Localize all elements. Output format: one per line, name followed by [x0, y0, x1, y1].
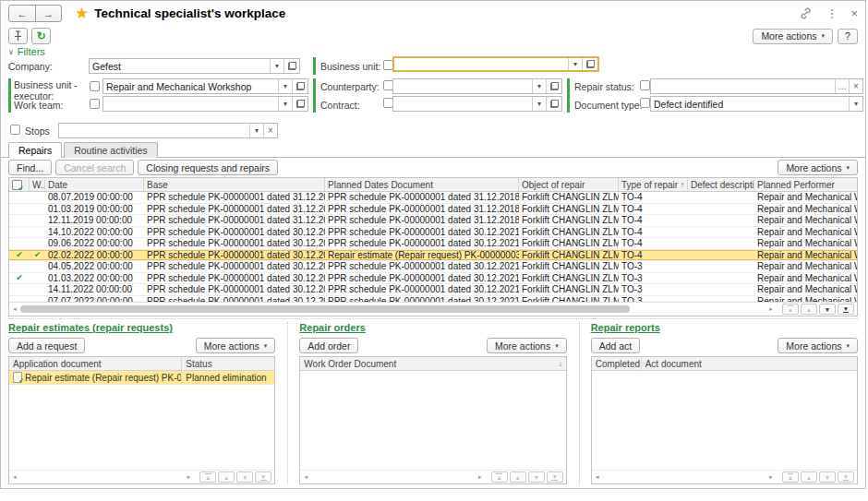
counterparty-dropdown-icon[interactable]: ▾: [532, 79, 546, 93]
reports-more-actions-button[interactable]: More actions▾: [778, 338, 858, 353]
column-completed[interactable]: Completed: [592, 357, 642, 370]
closing-requests-button[interactable]: Closing requests and repairs: [138, 160, 278, 175]
contract-field[interactable]: ▾: [392, 96, 562, 112]
repair-status-field[interactable]: … ×: [650, 78, 863, 94]
go-next-row-button[interactable]: ▼: [528, 471, 545, 483]
column-type-of-repair[interactable]: Type of repair↑: [619, 178, 688, 191]
go-next-row-button[interactable]: ▼: [819, 304, 836, 315]
go-first-row-button[interactable]: ▲: [491, 471, 508, 483]
find-button[interactable]: Find...: [8, 160, 52, 175]
window-more-actions-button[interactable]: More actions▾: [753, 29, 833, 44]
go-last-row-button[interactable]: ▼: [838, 471, 854, 483]
forward-button[interactable]: →: [35, 6, 61, 21]
contract-open-button[interactable]: [546, 97, 561, 111]
go-prev-row-button[interactable]: ▲: [801, 304, 817, 315]
business-unit-open-button[interactable]: [582, 58, 597, 70]
go-next-row-button[interactable]: ▼: [236, 471, 253, 483]
column-act-document[interactable]: Act document: [642, 357, 857, 370]
hscroll-thumb[interactable]: [20, 305, 630, 313]
repairs-more-actions-button[interactable]: More actions▾: [778, 160, 858, 175]
work-team-checkbox[interactable]: [90, 99, 100, 109]
tab-routine-activities[interactable]: Routine activities: [64, 142, 157, 158]
company-field[interactable]: Gefest ▾: [89, 58, 300, 74]
add-act-button[interactable]: Add act: [591, 338, 641, 353]
counterparty-field[interactable]: ▾: [392, 78, 562, 94]
scroll-right-icon[interactable]: ►: [186, 474, 191, 480]
go-last-row-button[interactable]: ▼: [547, 471, 563, 483]
repair-estimates-title[interactable]: Repair estimates (repair requests): [8, 322, 275, 336]
scroll-right-icon[interactable]: ►: [768, 474, 774, 480]
scroll-right-icon[interactable]: ►: [477, 474, 483, 480]
counterparty-open-button[interactable]: [546, 79, 561, 93]
stops-checkbox[interactable]: [10, 125, 20, 135]
column-work-order-document[interactable]: Work Order Document↓: [300, 357, 565, 370]
column-base[interactable]: Base: [144, 178, 325, 191]
document-type-checkbox[interactable]: [640, 98, 650, 108]
repair-status-choose-button[interactable]: …: [835, 79, 849, 93]
repair-status-checkbox[interactable]: [640, 80, 650, 90]
cancel-search-button[interactable]: Cancel search: [55, 160, 134, 175]
tab-repairs[interactable]: Repairs: [8, 142, 62, 158]
scroll-right-icon[interactable]: ►: [768, 306, 774, 312]
repair-status-clear-button[interactable]: ×: [849, 79, 862, 93]
column-w[interactable]: W..: [30, 178, 45, 191]
business-unit-field[interactable]: ▾: [392, 56, 599, 72]
column-date[interactable]: Date: [45, 178, 144, 191]
contract-dropdown-icon[interactable]: ▾: [532, 97, 546, 111]
go-first-row-button[interactable]: ▲: [782, 304, 799, 315]
help-button[interactable]: ?: [838, 29, 858, 44]
go-last-row-button[interactable]: ▼: [838, 304, 854, 315]
close-button[interactable]: ×: [850, 6, 858, 20]
repair-reports-title[interactable]: Repair reports: [591, 322, 858, 336]
repairs-table-row[interactable]: ✔ 01.03.2022 00:00:00 PPR schedule PK-00…: [9, 273, 857, 285]
repairs-table-row[interactable]: 07.07.2022 00:00:00 PPR schedule PK-0000…: [9, 296, 857, 303]
repairs-table-row[interactable]: 08.07.2019 00:00:00 PPR schedule PK-0000…: [9, 192, 857, 204]
column-documents[interactable]: [9, 178, 30, 191]
favorite-star-icon[interactable]: ★: [75, 6, 89, 21]
business-unit-executor-field[interactable]: Repair and Mechanical Workshop ▾: [102, 78, 308, 94]
work-team-open-button[interactable]: [292, 97, 307, 111]
scroll-left-icon[interactable]: ◄: [303, 474, 308, 480]
go-first-row-button[interactable]: ▲: [199, 471, 216, 483]
company-dropdown-icon[interactable]: ▾: [270, 59, 283, 73]
go-next-row-button[interactable]: ▼: [819, 471, 836, 483]
column-status[interactable]: Status: [181, 357, 274, 370]
repairs-table-row[interactable]: 12.11.2019 00:00:00 PPR schedule PK-0000…: [9, 215, 857, 227]
column-planned-dates-document[interactable]: Planned Dates Document: [325, 178, 519, 191]
repairs-table-row[interactable]: 14.10.2022 00:00:00 PPR schedule PK-0000…: [9, 227, 857, 239]
add-order-button[interactable]: Add order: [299, 338, 358, 353]
business-unit-executor-checkbox[interactable]: [90, 81, 100, 91]
go-prev-row-button[interactable]: ▲: [801, 471, 817, 483]
column-object-of-repair[interactable]: Object of repair: [519, 178, 619, 191]
column-application-document[interactable]: Application document: [9, 357, 181, 370]
back-button[interactable]: ←: [9, 6, 35, 21]
document-type-dropdown-icon[interactable]: ▾: [849, 97, 862, 111]
estimates-table-row[interactable]: Repair estimate (Repair request) PK-0000…: [9, 371, 274, 385]
document-type-field[interactable]: Defect identified ▾: [650, 96, 863, 112]
repairs-table-row[interactable]: 04.05.2022 00:00:00 PPR schedule PK-0000…: [9, 261, 857, 273]
scroll-left-icon[interactable]: ◄: [12, 306, 18, 312]
estimates-more-actions-button[interactable]: More actions▾: [196, 338, 276, 353]
stops-clear-button[interactable]: ×: [263, 124, 277, 137]
executor-dropdown-icon[interactable]: ▾: [278, 79, 292, 93]
add-request-button[interactable]: Add a request: [8, 338, 85, 353]
scroll-left-icon[interactable]: ◄: [12, 474, 18, 480]
go-prev-row-button[interactable]: ▲: [510, 471, 526, 483]
scroll-left-icon[interactable]: ◄: [595, 474, 600, 480]
go-prev-row-button[interactable]: ▲: [218, 471, 235, 483]
filters-toggle[interactable]: ∨ Filters: [8, 46, 45, 57]
go-last-row-button[interactable]: ▼: [255, 471, 271, 483]
repairs-table-row[interactable]: 09.06.2022 00:00:00 PPR schedule PK-0000…: [9, 238, 857, 250]
work-team-field[interactable]: ▾: [102, 96, 308, 112]
window-menu-button[interactable]: ⋮: [826, 6, 838, 20]
pin-button[interactable]: [8, 28, 28, 44]
repair-orders-title[interactable]: Repair orders: [299, 322, 566, 336]
column-defect-description[interactable]: Defect description: [688, 178, 754, 191]
get-link-button[interactable]: [799, 6, 813, 20]
business-unit-dropdown-icon[interactable]: ▾: [568, 58, 582, 70]
repairs-table-row[interactable]: ✔ ✔ 02.02.2022 00:00:00 PPR schedule PK-…: [9, 250, 857, 262]
go-first-row-button[interactable]: ▲: [782, 471, 799, 483]
repairs-table-row[interactable]: 01.03.2019 00:00:00 PPR schedule PK-0000…: [9, 204, 857, 216]
refresh-button[interactable]: ↻: [31, 28, 51, 44]
repairs-table-row[interactable]: 14.11.2022 00:00:00 PPR schedule PK-0000…: [9, 284, 857, 296]
